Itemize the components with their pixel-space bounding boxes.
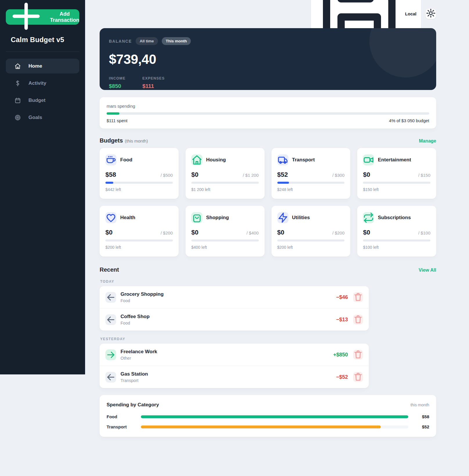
budget-spent: $0 [191, 171, 198, 178]
transaction-group: TODAY Grocery Shopping Food −$46 [100, 280, 369, 331]
budget-progress-track [363, 239, 430, 241]
budget-progress-fill [277, 182, 289, 184]
sidebar-divider [6, 51, 79, 52]
budget-spent: $52 [277, 171, 288, 178]
transaction-amount: −$13 [336, 317, 348, 323]
topbar: Local [100, 7, 436, 20]
transaction-name: Freelance Work [121, 349, 157, 355]
app-title: Calm Budget v5 [11, 36, 79, 44]
trash-icon [353, 292, 363, 303]
sidebar-item[interactable]: Activity [6, 76, 79, 91]
budget-left-label: $1 200 left [191, 187, 259, 192]
chart-row: Transport $52 [107, 424, 429, 429]
budget-limit: / $200 [333, 230, 345, 235]
transaction-group-label: YESTERDAY [100, 337, 369, 341]
manage-budgets-link[interactable]: Manage [419, 138, 436, 144]
budget-card[interactable]: Utilities $0 / $200 $200 left [272, 206, 351, 257]
sidebar-item-label: Home [28, 63, 42, 69]
transaction-name: Coffee Shop [121, 314, 150, 320]
lightning-icon [277, 212, 288, 223]
budget-card-name: Subscriptions [378, 215, 411, 221]
budget-progress-fill [105, 182, 113, 184]
transaction-row[interactable]: Freelance Work Other +$850 [100, 344, 369, 366]
budget-card[interactable]: Health $0 / $200 $200 left [100, 206, 179, 257]
sidebar-item[interactable]: Home [6, 59, 79, 73]
budget-card[interactable]: Shopping $0 / $400 $400 left [186, 206, 265, 257]
coffee-cup-icon [105, 154, 116, 165]
transaction-category: Food [121, 321, 150, 325]
chart-title: Spending by Category [107, 402, 159, 408]
sidebar: Add Transaction Calm Budget v5 Home Acti… [0, 0, 85, 374]
income-label: INCOME [109, 76, 125, 80]
transaction-amount: −$46 [336, 294, 348, 300]
add-transaction-button[interactable]: Add Transaction [6, 9, 79, 25]
app-window: Add Transaction Calm Budget v5 Home Acti… [0, 0, 469, 476]
budget-card-name: Transport [292, 157, 315, 163]
budget-limit: / $100 [418, 230, 430, 235]
transaction-amount: −$52 [336, 374, 348, 380]
budget-limit: / $300 [333, 173, 345, 178]
settings-button[interactable] [425, 8, 436, 19]
month-progress-fill [107, 112, 119, 115]
transaction-row[interactable]: Grocery Shopping Food −$46 [100, 286, 369, 309]
chart-bar-fill [141, 415, 408, 418]
budget-card-name: Housing [206, 157, 226, 163]
balance-label: BALANCE [109, 39, 132, 44]
transaction-row[interactable]: Gas Station Transport −$52 [100, 366, 369, 388]
budget-spent: $58 [105, 171, 116, 178]
delete-transaction-button[interactable] [353, 350, 363, 360]
video-camera-icon [363, 154, 374, 165]
trash-icon [353, 349, 363, 360]
main-content: Local BALANCE All time This month $739,4… [85, 0, 469, 476]
recent-header: Recent View All [100, 266, 436, 273]
budget-spent: $0 [277, 229, 284, 236]
transaction-category: Other [121, 356, 157, 360]
balance-range-pill[interactable]: All time [136, 37, 158, 45]
sidebar-item-label: Goals [28, 115, 42, 120]
balance-range-pill[interactable]: This month [162, 37, 191, 45]
gear-icon [426, 8, 436, 19]
budget-progress-track [105, 239, 173, 241]
budget-card[interactable]: Subscriptions $0 / $100 $100 left [357, 206, 436, 257]
budget-spent: $0 [191, 229, 198, 236]
budget-card[interactable]: Housing $0 / $1 200 $1 200 left [186, 148, 265, 199]
budget-card-name: Food [120, 157, 132, 163]
house-icon [191, 154, 202, 165]
delete-transaction-button[interactable] [353, 292, 363, 302]
budgets-header: Budgets (this month) Manage [100, 137, 436, 144]
budget-card-name: Shopping [206, 215, 229, 221]
spending-chart-rows: Food $58 Transport $52 [107, 414, 429, 429]
chart-value-label: $58 [408, 414, 429, 419]
sidebar-item[interactable]: Goals [6, 110, 79, 125]
budget-card[interactable]: Transport $52 / $300 $248 left [272, 148, 351, 199]
budget-card[interactable]: Entertainment $0 / $150 $150 left [357, 148, 436, 199]
trash-icon [353, 314, 363, 325]
budget-card-name: Entertainment [378, 157, 411, 163]
balance-amount: $739,40 [109, 51, 427, 67]
budget-limit: / $500 [161, 173, 173, 178]
budget-left-label: $400 left [191, 245, 259, 250]
chart-value-label: $52 [408, 424, 429, 429]
budget-spent: $0 [363, 171, 370, 178]
sidebar-item-label: Budget [28, 98, 46, 103]
view-all-link[interactable]: View All [419, 268, 436, 273]
budget-progress-track [277, 239, 345, 241]
budget-card[interactable]: Food $58 / $500 $442 left [100, 148, 179, 199]
balance-card: BALANCE All time This month $739,40 INCO… [100, 28, 436, 90]
chart-category-label: Transport [107, 424, 141, 429]
trash-icon [353, 372, 363, 383]
chart-period-label: this month [410, 403, 429, 407]
budget-grid: Food $58 / $500 $442 left Housing [100, 148, 436, 257]
delete-transaction-button[interactable] [353, 315, 363, 324]
sidebar-item[interactable]: Budget [6, 93, 79, 108]
transaction-group-label: TODAY [100, 280, 369, 284]
repeat-icon [363, 212, 374, 223]
month-budget-title: mars spending [107, 104, 429, 109]
plus-icon [6, 0, 46, 38]
delete-transaction-button[interactable] [353, 372, 363, 382]
chart-bar-track [141, 425, 408, 428]
budget-progress-track [191, 239, 259, 241]
budget-limit: / $150 [418, 173, 430, 178]
month-summary-label: 4% of $3 050 budget [389, 118, 429, 123]
transaction-row[interactable]: Coffee Shop Food −$13 [100, 309, 369, 331]
